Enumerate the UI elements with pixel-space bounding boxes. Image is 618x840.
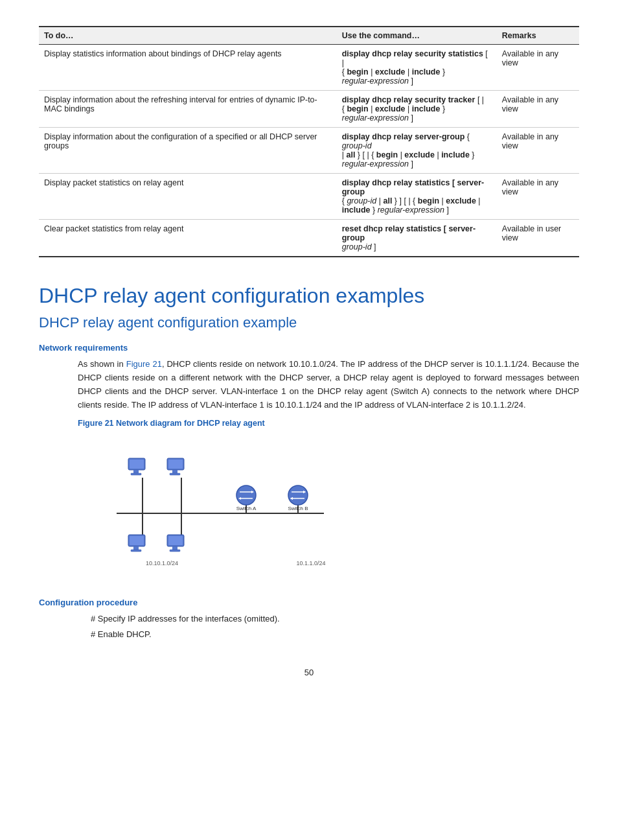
row4-command: display dhcp relay statistics [ server-g…	[337, 174, 497, 220]
subsection-title: DHCP relay agent configuration example	[39, 314, 579, 331]
network-req-heading: Network requirements	[39, 343, 579, 353]
config-item-2: # Enable DHCP.	[91, 628, 579, 642]
table-row: Display statistics information about bin…	[39, 45, 579, 91]
network-req-body: As shown in Figure 21, DHCP clients resi…	[78, 358, 579, 412]
svg-rect-10	[172, 470, 177, 473]
col-header-todo: To do…	[39, 27, 337, 45]
row3-todo: Display information about the configurat…	[39, 128, 337, 174]
row3-command: display dhcp relay server-group { group-…	[337, 128, 497, 174]
svg-rect-16	[130, 536, 144, 545]
row3-remarks: Available in any view	[497, 128, 579, 174]
command-table: To do… Use the command… Remarks Display …	[39, 26, 579, 257]
svg-rect-18	[172, 546, 177, 550]
row5-command: reset dhcp relay statistics [ server-gro…	[337, 220, 497, 257]
svg-text:10.1.1.0/24: 10.1.1.0/24	[296, 560, 325, 566]
svg-rect-11	[170, 473, 180, 475]
row1-remarks: Available in any view	[497, 45, 579, 91]
table-row: Display information about the configurat…	[39, 128, 579, 174]
svg-rect-8	[130, 460, 144, 469]
svg-rect-20	[168, 536, 183, 545]
svg-rect-19	[170, 550, 180, 552]
row4-todo: Display packet statistics on relay agent	[39, 174, 337, 220]
table-row: Display packet statistics on relay agent…	[39, 174, 579, 220]
network-diagram: Switch A Switch B 10.10.1.0/24 10.1.1.0/…	[78, 436, 402, 578]
svg-point-22	[236, 485, 256, 505]
config-proc-heading: Configuration procedure	[39, 598, 579, 607]
svg-rect-12	[168, 460, 183, 469]
figure21-link[interactable]: Figure 21	[126, 359, 162, 369]
svg-rect-15	[131, 550, 141, 552]
figure-caption: Figure 21 Network diagram for DHCP relay…	[78, 419, 579, 428]
table-row: Display information about the refreshing…	[39, 91, 579, 128]
col-header-remarks: Remarks	[497, 27, 579, 45]
svg-text:Switch B: Switch B	[288, 506, 308, 511]
table-row: Clear packet statistics from relay agent…	[39, 220, 579, 257]
col-header-command: Use the command…	[337, 27, 497, 45]
svg-point-29	[288, 485, 308, 505]
page-number: 50	[39, 668, 579, 677]
svg-text:10.10.1.0/24: 10.10.1.0/24	[146, 560, 178, 566]
row5-remarks: Available in user view	[497, 220, 579, 257]
svg-rect-6	[133, 470, 139, 473]
row1-command: display dhcp relay security statistics […	[337, 45, 497, 91]
svg-rect-7	[131, 473, 141, 475]
svg-rect-14	[133, 546, 139, 550]
row2-remarks: Available in any view	[497, 91, 579, 128]
row2-command: display dhcp relay security tracker [ | …	[337, 91, 497, 128]
svg-text:Switch A: Switch A	[236, 506, 257, 511]
main-section-title: DHCP relay agent configuration examples	[39, 283, 579, 308]
row1-todo: Display statistics information about bin…	[39, 45, 337, 91]
row2-todo: Display information about the refreshing…	[39, 91, 337, 128]
config-item-1: # Specify IP addresses for the interface…	[91, 612, 579, 626]
row5-todo: Clear packet statistics from relay agent	[39, 220, 337, 257]
row4-remarks: Available in any view	[497, 174, 579, 220]
